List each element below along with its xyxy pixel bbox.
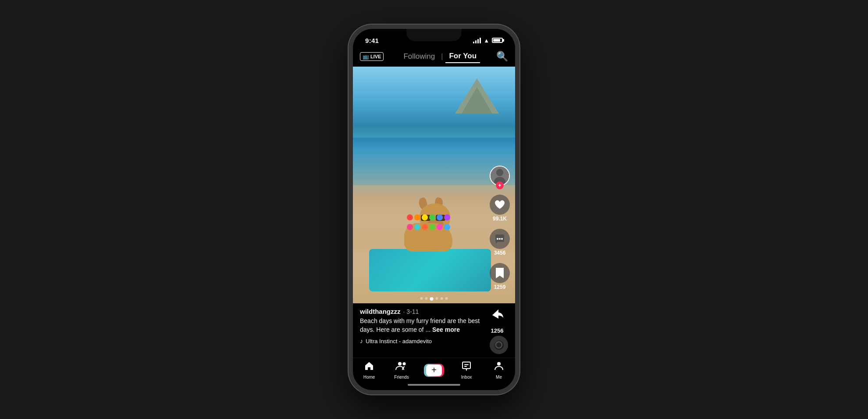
heart-icon <box>490 195 510 215</box>
lei-decoration <box>406 214 450 232</box>
lei-flower <box>429 214 435 220</box>
lei-flower <box>444 224 450 230</box>
page-dot <box>420 297 423 300</box>
lei-flower <box>407 224 413 230</box>
video-description: Beach days with my furry friend are the … <box>360 317 486 334</box>
search-icon[interactable]: 🔍 <box>496 51 508 62</box>
svg-point-6 <box>497 238 498 240</box>
side-actions: + 99.1K <box>490 166 510 290</box>
nav-inbox[interactable]: Inbox <box>453 361 480 380</box>
me-icon <box>494 361 504 374</box>
status-time: 9:41 <box>365 37 379 44</box>
bottom-nav: Home Friends + <box>353 358 515 381</box>
comment-count: 3456 <box>494 250 506 256</box>
friends-icon <box>395 361 408 374</box>
bookmark-button[interactable]: 1259 <box>490 263 510 290</box>
svg-point-1 <box>496 169 503 176</box>
wifi-icon: ▲ <box>484 37 489 44</box>
signal-icon <box>473 38 481 43</box>
tv-icon: 📺 <box>363 53 369 60</box>
home-label: Home <box>363 375 375 380</box>
comment-button[interactable]: 3456 <box>490 229 510 256</box>
svg-point-8 <box>501 238 503 240</box>
lei-flower <box>407 214 413 220</box>
post-date: · 3-11 <box>403 308 419 315</box>
follow-button[interactable]: + <box>496 181 504 189</box>
share-icon <box>490 308 505 326</box>
lei-flower <box>429 224 435 230</box>
bottom-panel: wildthangzzz · 3-11 Beach days with my f… <box>353 303 515 358</box>
status-icons: ▲ <box>473 37 503 44</box>
svg-rect-12 <box>464 366 467 367</box>
dog-figure <box>395 195 466 256</box>
lei-flower <box>422 214 428 220</box>
following-tab[interactable]: Following <box>400 50 438 63</box>
mountain-decoration <box>455 78 499 114</box>
battery-icon <box>492 38 503 43</box>
add-button[interactable]: + <box>424 364 444 377</box>
svg-point-13 <box>497 362 501 366</box>
page-dot <box>436 297 438 300</box>
music-note-icon: ♪ <box>360 337 363 344</box>
video-container[interactable]: + 99.1K <box>353 67 515 303</box>
see-more-button[interactable]: See more <box>432 326 460 333</box>
lei-flower <box>414 224 420 230</box>
svg-rect-11 <box>464 364 469 365</box>
music-label: Ultra Instinct - adamdevito <box>366 338 432 344</box>
creator-avatar[interactable]: + <box>490 166 510 186</box>
like-count: 99.1K <box>493 216 507 222</box>
comment-icon <box>490 229 510 249</box>
lei-flower <box>437 224 443 230</box>
me-label: Me <box>496 375 502 380</box>
nav-tabs: Following | For You <box>400 50 480 63</box>
music-info[interactable]: ♪ Ultra Instinct - adamdevito <box>360 337 486 344</box>
phone-screen: 9:41 ▲ 📺 LIVE Following <box>353 29 515 390</box>
page-dot <box>441 297 443 300</box>
live-label: LIVE <box>370 54 381 59</box>
svg-point-10 <box>403 362 406 366</box>
page-dot <box>430 297 434 301</box>
home-icon <box>364 361 374 374</box>
like-button[interactable]: 99.1K <box>490 195 510 222</box>
lei-flower <box>444 214 450 220</box>
inbox-icon <box>461 361 472 374</box>
page-dot <box>445 297 448 300</box>
page-dot <box>425 297 428 300</box>
friends-label: Friends <box>394 375 409 380</box>
share-area[interactable]: 1256 <box>486 308 508 354</box>
live-button[interactable]: 📺 LIVE <box>360 52 384 61</box>
lei-flower <box>414 214 420 220</box>
username[interactable]: wildthangzzz <box>360 308 401 315</box>
page-dots <box>420 297 448 301</box>
nav-divider: | <box>441 53 443 60</box>
music-disc <box>490 336 508 354</box>
nav-add[interactable]: + <box>421 364 447 377</box>
lei-flower <box>437 214 443 220</box>
bookmark-count: 1259 <box>494 284 506 290</box>
share-count: 1256 <box>491 327 504 334</box>
inbox-label: Inbox <box>461 375 472 380</box>
svg-point-7 <box>499 238 501 240</box>
notch <box>406 29 462 41</box>
bookmark-icon <box>490 263 510 283</box>
home-indicator <box>353 381 515 390</box>
phone-frame: 9:41 ▲ 📺 LIVE Following <box>349 25 519 394</box>
nav-home[interactable]: Home <box>356 361 382 380</box>
lei-flower <box>422 224 428 230</box>
top-nav: 📺 LIVE Following | For You 🔍 <box>353 48 515 67</box>
nav-friends[interactable]: Friends <box>388 361 415 380</box>
add-plus-icon: + <box>431 365 437 375</box>
nav-me[interactable]: Me <box>486 361 512 380</box>
for-you-tab[interactable]: For You <box>445 50 480 63</box>
svg-point-9 <box>398 362 402 366</box>
